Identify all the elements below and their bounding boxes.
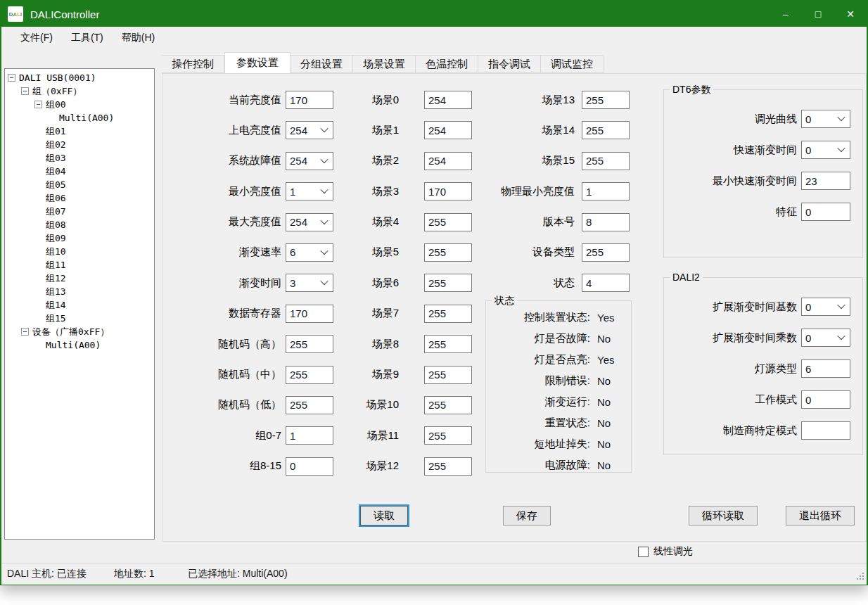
field-input[interactable] <box>801 172 850 190</box>
field-label: 扩展渐变时间基数 <box>670 300 797 314</box>
field-dropdown[interactable]: 254 <box>286 121 333 139</box>
tree-collapse-icon[interactable] <box>21 328 29 336</box>
menu-item[interactable]: 帮助(H) <box>113 27 164 49</box>
field-input[interactable] <box>424 396 472 414</box>
tab[interactable]: 指令调试 <box>478 55 541 73</box>
field-dropdown[interactable]: 0 <box>801 110 850 128</box>
exit-loop-button[interactable]: 退出循环 <box>786 506 855 526</box>
field-dropdown[interactable]: 6 <box>286 243 333 262</box>
form-row: 版本号 <box>487 213 630 231</box>
field-dropdown[interactable]: 3 <box>286 274 333 292</box>
app-icon-text: DALI <box>9 11 23 18</box>
dropdown-value: 0 <box>805 301 811 313</box>
field-label: 场景1 <box>339 124 399 137</box>
tree-collapse-icon[interactable] <box>8 74 15 82</box>
save-button[interactable]: 保存 <box>503 506 551 526</box>
field-label: 最小快速渐变时间 <box>670 174 797 188</box>
menu-item[interactable]: 文件(F) <box>11 27 62 49</box>
field-input[interactable] <box>424 152 472 170</box>
tree-item[interactable]: 组11 <box>5 258 154 272</box>
field-input[interactable] <box>424 457 472 476</box>
field-input[interactable] <box>801 359 850 378</box>
tree-item[interactable]: 设备（广播0xFF） <box>5 325 154 338</box>
tree-collapse-icon[interactable] <box>34 101 42 108</box>
tree-collapse-icon[interactable] <box>21 87 29 95</box>
field-input[interactable] <box>424 121 472 139</box>
read-button[interactable]: 读取 <box>360 506 408 526</box>
tree-item[interactable]: 组15 <box>5 312 154 325</box>
tab[interactable]: 色温控制 <box>416 55 478 73</box>
field-dropdown[interactable]: 0 <box>801 329 850 347</box>
maximize-button[interactable]: □ <box>802 1 834 27</box>
tree-item[interactable]: 组04 <box>5 165 154 178</box>
app-window: DALI DALIController – □ ✕ 文件(F) 工具(T) <box>0 0 868 585</box>
form-row: 场景7 <box>339 305 472 323</box>
field-input[interactable] <box>424 366 472 384</box>
tree-item[interactable]: 组07 <box>5 205 154 218</box>
tree-item[interactable]: 组05 <box>5 178 154 191</box>
field-input[interactable] <box>582 152 630 170</box>
field-input[interactable] <box>424 426 472 445</box>
resize-grip[interactable] <box>855 571 865 583</box>
field-input[interactable] <box>286 396 333 414</box>
tree-item-label: 组00 <box>46 98 66 111</box>
tree-item[interactable]: 组01 <box>5 125 154 138</box>
tab[interactable]: 分组设置 <box>291 55 353 73</box>
tree-item[interactable]: 组14 <box>5 298 154 312</box>
form-row: 场景9 <box>339 366 472 384</box>
linear-dimming-checkbox[interactable] <box>638 547 649 557</box>
menu-item[interactable]: 工具(T) <box>62 27 113 49</box>
field-input[interactable] <box>582 182 630 200</box>
field-dropdown[interactable]: 0 <box>801 141 850 159</box>
tree-item[interactable]: 组12 <box>5 272 154 285</box>
loop-read-button[interactable]: 循环读取 <box>689 506 758 526</box>
tab[interactable]: 参数设置 <box>224 52 291 73</box>
close-button[interactable]: ✕ <box>834 1 867 27</box>
tree-item[interactable]: 组13 <box>5 285 154 298</box>
field-input[interactable] <box>286 305 333 323</box>
field-input[interactable] <box>582 91 630 109</box>
field-input[interactable] <box>801 421 850 440</box>
form-row: 随机码（低） <box>170 396 333 414</box>
field-input[interactable] <box>582 121 630 139</box>
tree-item[interactable]: 组06 <box>5 191 154 205</box>
tree-item[interactable]: 组09 <box>5 231 154 245</box>
tree-item[interactable]: 组10 <box>5 245 154 258</box>
field-input[interactable] <box>424 243 472 262</box>
tree-item[interactable]: Multi(A00) <box>5 111 154 125</box>
field-input[interactable] <box>286 366 333 384</box>
tree-item[interactable]: DALI USB(0001) <box>5 71 154 84</box>
field-input[interactable] <box>286 335 333 353</box>
field-input[interactable] <box>582 243 630 262</box>
menu-item-label: 帮助(H) <box>122 32 155 44</box>
screenshot-stage: DALI DALIController – □ ✕ 文件(F) 工具(T) <box>0 0 868 605</box>
field-input[interactable] <box>424 274 472 292</box>
field-input[interactable] <box>582 274 630 292</box>
tree-item[interactable]: 组02 <box>5 138 154 151</box>
status-value: No <box>597 438 611 450</box>
field-input[interactable] <box>424 305 472 323</box>
tab[interactable]: 场景设置 <box>353 55 416 73</box>
field-dropdown[interactable]: 254 <box>286 213 333 231</box>
field-input[interactable] <box>286 426 333 445</box>
field-input[interactable] <box>424 91 472 109</box>
tree-item[interactable]: 组08 <box>5 218 154 231</box>
field-input[interactable] <box>801 390 850 409</box>
tree-item[interactable]: 组03 <box>5 151 154 165</box>
field-dropdown[interactable]: 0 <box>801 298 850 316</box>
tab[interactable]: 调试监控 <box>541 55 604 73</box>
field-dropdown[interactable]: 1 <box>286 182 333 200</box>
field-dropdown[interactable]: 254 <box>286 152 333 170</box>
field-input[interactable] <box>424 335 472 353</box>
tree-item[interactable]: 组00 <box>5 98 154 111</box>
minimize-button[interactable]: – <box>770 1 802 27</box>
field-input[interactable] <box>286 91 333 109</box>
tree-item[interactable]: 组（0xFF） <box>5 84 154 98</box>
tree-item[interactable]: Multi(A00) <box>5 338 154 352</box>
field-input[interactable] <box>286 457 333 476</box>
field-input[interactable] <box>582 213 630 231</box>
tab[interactable]: 操作控制 <box>162 55 224 73</box>
field-input[interactable] <box>801 203 850 221</box>
field-input[interactable] <box>424 182 472 200</box>
field-input[interactable] <box>424 213 472 231</box>
